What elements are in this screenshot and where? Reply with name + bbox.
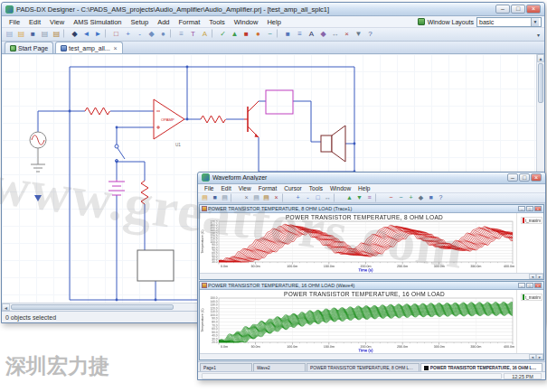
paste-icon[interactable]: ▤ (261, 193, 271, 202)
trace-red-icon[interactable]: ~ (386, 193, 396, 202)
switch[interactable] (115, 145, 125, 163)
menu-item[interactable]: File (5, 17, 24, 27)
open-icon[interactable]: ▤ (15, 29, 27, 40)
scroll-up-icon[interactable]: ▲ (537, 54, 544, 62)
transistor[interactable] (244, 101, 259, 137)
help-icon[interactable]: ? (364, 29, 376, 40)
probe-icon[interactable]: ● (252, 29, 264, 40)
polygon-icon[interactable]: ◆ (317, 29, 329, 40)
wave-maximize-button[interactable]: □ (519, 173, 530, 182)
ac-source[interactable] (30, 132, 46, 172)
menu-item[interactable]: Format (174, 17, 204, 27)
chevron-down-icon[interactable]: ▼ (531, 18, 539, 26)
menu-item[interactable]: Edit (24, 17, 45, 27)
menu-item[interactable]: View (235, 185, 255, 191)
wave-tab[interactable]: Page1 (200, 363, 252, 371)
menu-item[interactable]: Edit (217, 185, 234, 191)
scroll-left-icon[interactable]: ◄ (529, 354, 536, 359)
menu-item[interactable]: View (45, 17, 69, 27)
copy-icon[interactable]: ▤ (251, 193, 261, 202)
plot-8ohm-hscrollbar[interactable]: ◄ ► (200, 273, 543, 279)
toolbar-separator[interactable] (63, 29, 68, 38)
tab-start-page[interactable]: Start Page (5, 42, 53, 53)
cut-icon[interactable]: × (241, 193, 251, 202)
menu-item[interactable]: Tools (204, 17, 230, 27)
menu-item[interactable]: Format (255, 185, 281, 191)
new-icon[interactable]: ▤ (4, 29, 15, 40)
toolbar-separator[interactable] (277, 29, 281, 38)
save-icon[interactable]: ■ (210, 193, 220, 202)
model-block[interactable] (266, 90, 293, 114)
grid-icon[interactable]: ≡ (175, 29, 187, 40)
menu-item[interactable]: AMS Simulation (69, 17, 126, 27)
speaker[interactable] (321, 126, 345, 162)
menu-item[interactable]: Window (230, 17, 263, 27)
scroll-left-icon[interactable]: ◄ (529, 274, 536, 279)
measure-icon[interactable]: ≡ (364, 193, 374, 202)
menu-item[interactable]: File (201, 185, 217, 191)
menu-item[interactable]: Add (153, 17, 174, 27)
maximize-button[interactable]: □ (511, 5, 525, 14)
child-restore-button[interactable]: □ (526, 206, 533, 211)
zoom-window-icon[interactable]: □ (110, 29, 122, 40)
battery[interactable] (108, 180, 125, 195)
tile-icon[interactable]: ■ (426, 193, 436, 202)
plot-canvas-16ohm[interactable] (200, 290, 516, 353)
component-icon[interactable]: ■ (282, 29, 294, 40)
menu-item[interactable]: Tools (306, 185, 326, 191)
cursor2-icon[interactable]: ▼ (354, 193, 364, 202)
opamp[interactable]: OPAMP U1 (154, 99, 184, 147)
paste-icon[interactable]: ▤ (51, 29, 62, 40)
copy-icon[interactable]: ▤ (39, 29, 51, 40)
zoom-sel-icon[interactable]: ● (157, 29, 169, 40)
close-button[interactable]: × (526, 5, 541, 14)
plot-8ohm-caption[interactable]: POWER TRANSISTOR TEMPERATURE, 8 OHM LOAD… (200, 205, 543, 213)
layouts-combobox[interactable]: basic ▼ (476, 17, 542, 27)
subcircuit-block[interactable] (137, 250, 174, 281)
zoom-in-icon[interactable]: + (293, 193, 303, 202)
port-arrow[interactable] (34, 195, 42, 201)
filter-icon[interactable]: T (187, 29, 199, 40)
child-minimize-button[interactable]: – (518, 206, 525, 211)
toolbar-overflow-icon[interactable]: ▾ (534, 32, 542, 38)
search-icon[interactable]: ◆ (69, 29, 80, 40)
wave-close-button[interactable]: × (531, 173, 542, 182)
tab-schematic-doc[interactable]: test_amp_all... × (55, 42, 123, 53)
menu-item[interactable]: Cursor (280, 185, 306, 191)
properties-icon[interactable]: ▼ (353, 29, 364, 40)
menu-item[interactable]: Help (262, 17, 285, 27)
toolbar-separator[interactable] (282, 193, 292, 202)
plot-16ohm-hscrollbar[interactable]: ◄ ► (200, 353, 543, 359)
zoom-out-icon[interactable]: - (134, 29, 146, 40)
zoom-out-icon[interactable]: - (303, 193, 313, 202)
vscroll-thumb[interactable] (538, 63, 543, 103)
stop-sim-icon[interactable]: ■ (240, 29, 252, 40)
redo-icon[interactable]: ► (92, 29, 104, 40)
tab-close-icon[interactable]: × (114, 45, 118, 51)
waveform-icon[interactable]: ~ (264, 29, 276, 40)
child-close-button[interactable]: × (534, 206, 542, 211)
trace-green-icon[interactable]: ~ (396, 193, 406, 202)
add-trace-icon[interactable]: + (406, 193, 416, 202)
select-icon[interactable]: A (199, 29, 211, 40)
child-minimize-button[interactable]: – (518, 283, 525, 288)
toolbar-separator[interactable] (375, 193, 385, 202)
move-icon[interactable]: ↔ (329, 29, 341, 40)
child-close-button[interactable]: × (534, 283, 542, 288)
menu-item[interactable]: Window (326, 185, 354, 191)
pan-icon[interactable]: ↔ (323, 193, 333, 202)
delete-icon[interactable]: × (271, 193, 281, 202)
save-icon[interactable]: ■ (27, 29, 39, 40)
toolbar-separator[interactable] (231, 193, 240, 202)
minimize-button[interactable]: – (495, 5, 510, 14)
wave-tab[interactable]: POWER TRANSISTOR TEMPERATURE, 8 OHM LOAD… (307, 363, 420, 371)
resistor-bias[interactable] (141, 181, 148, 204)
zoom-full-icon[interactable]: ◆ (146, 29, 157, 40)
print-icon[interactable]: ▤ (220, 193, 230, 202)
undo-icon[interactable]: ◄ (80, 29, 92, 40)
scroll-right-icon[interactable]: ► (536, 354, 543, 359)
wave-tab[interactable]: Wave2 (253, 363, 306, 371)
hscroll-thumb[interactable] (11, 304, 174, 310)
net-icon[interactable]: ≡ (294, 29, 306, 40)
resistor-input[interactable] (85, 107, 110, 115)
